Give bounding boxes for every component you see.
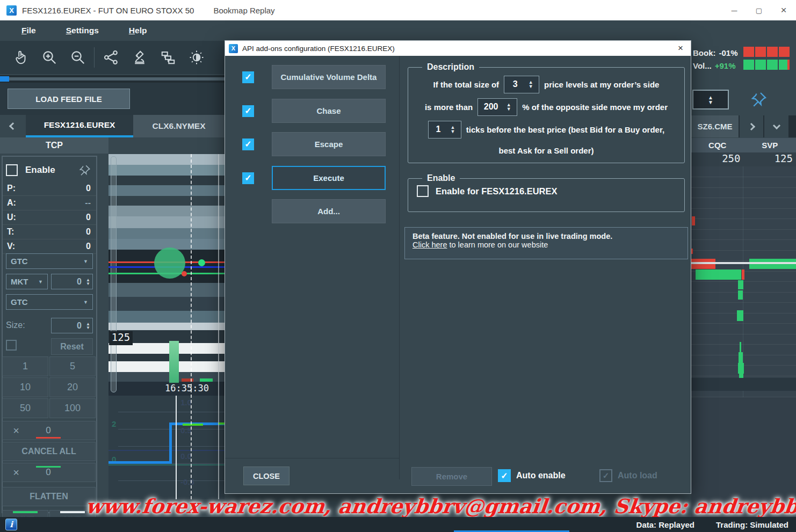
tif-select-top[interactable]: GTC▼ — [6, 253, 93, 269]
zoom-out-icon[interactable] — [63, 45, 92, 70]
qty-button-50[interactable]: 50 — [2, 398, 48, 418]
ask-bar — [692, 216, 695, 225]
indicator-cell — [743, 60, 754, 70]
tif-select-bottom[interactable]: GTC▼ — [6, 294, 93, 310]
info-icon[interactable]: i — [5, 519, 17, 530]
tabs-dropdown-button[interactable] — [764, 115, 788, 137]
scrollbar-marker[interactable] — [0, 76, 9, 82]
enable-groupbox: Enable Enable for FESX1216.EUREX — [408, 173, 685, 212]
quantity-buttons: 15102050100 — [2, 356, 96, 418]
tif-top-value: GTC — [11, 257, 28, 266]
cancel-buys-button[interactable]: × 0 — [2, 463, 96, 482]
pin-icon[interactable] — [78, 163, 92, 177]
tab-fesx1216-eurex[interactable]: FESX1216.EUREX — [26, 115, 133, 137]
pin-icon-blue[interactable] — [749, 90, 769, 109]
menu-settings[interactable]: Settings — [66, 26, 99, 35]
spinner-arrows-icon[interactable]: ▲▼ — [448, 125, 458, 134]
addon-button-escape[interactable]: Escape — [272, 132, 386, 156]
heatmap-scrollbar[interactable] — [111, 156, 117, 392]
size-lock-checkbox[interactable] — [6, 340, 17, 351]
qty-button-20[interactable]: 20 — [49, 377, 96, 397]
dialog-close-icon[interactable]: × — [670, 43, 691, 54]
addon-button-chase[interactable]: Chase — [272, 99, 386, 123]
enable-instrument-checkbox[interactable] — [417, 185, 429, 197]
beta-learn-more-link[interactable]: Click here — [413, 241, 447, 249]
dialog-close-button[interactable]: CLOSE — [243, 467, 290, 485]
replay-dashed-line — [191, 154, 192, 499]
spinner-arrows-icon[interactable]: ▲▼ — [708, 95, 713, 105]
close-button[interactable]: × — [771, 0, 796, 20]
cancel-all-button[interactable]: CANCEL ALL — [2, 442, 96, 461]
qty-button-10[interactable]: 10 — [2, 377, 48, 397]
size-spinner[interactable]: 0 ▲▼ — [51, 318, 93, 333]
dialog-left-footer-divider — [225, 458, 399, 458]
addon-checkbox[interactable]: ✓ — [242, 71, 254, 83]
spinner-arrows-icon[interactable]: ▲▼ — [504, 103, 513, 111]
addon-button-cumulative-volume-delta[interactable]: Cumulative Volume Delta — [272, 65, 386, 89]
gridline — [691, 334, 796, 334]
svp-value: 125 — [744, 152, 796, 166]
reset-button[interactable]: Reset — [51, 338, 93, 355]
percent-spinner[interactable]: 200 ▲▼ — [477, 98, 517, 116]
auto-enable-checkbox[interactable]: ✓ — [498, 469, 511, 482]
indicator-cell — [743, 47, 754, 57]
percent-value: 200 — [478, 102, 504, 112]
window-subtitle: Bookmap Replay — [213, 6, 274, 15]
spinner-arrows-icon[interactable]: ▲▼ — [526, 80, 536, 89]
flatten-button[interactable]: FLATTEN — [2, 487, 96, 506]
addon-checkbox[interactable]: ✓ — [242, 105, 254, 117]
tabs-scroll-right-button[interactable] — [740, 115, 763, 137]
addon-add-row: Add... — [242, 199, 386, 223]
layers-icon[interactable] — [154, 45, 182, 70]
minimize-button[interactable]: ─ — [722, 0, 747, 20]
qty-button-1[interactable]: 1 — [2, 356, 48, 376]
tab-clx6-nymex[interactable]: CLX6.NYMEX — [133, 115, 225, 137]
window-title: FESX1216.EUREX - FUT ON EURO STOXX 50 — [22, 6, 194, 15]
tcp-enable-checkbox[interactable] — [6, 164, 18, 176]
addon-checkbox[interactable]: ✓ — [242, 139, 254, 150]
price-levels-value: 3 — [504, 79, 526, 89]
load-feed-file-button[interactable]: LOAD FEED FILE — [8, 89, 130, 109]
scrollbar-handle[interactable] — [9, 77, 240, 81]
remove-button[interactable]: Remove — [411, 467, 492, 486]
addon-button-execute[interactable]: Execute — [272, 166, 386, 190]
ticks-spinner[interactable]: 1 ▲▼ — [428, 121, 461, 139]
gridline — [691, 229, 796, 230]
qty-button-5[interactable]: 5 — [49, 356, 96, 376]
x-icon: × — [3, 425, 30, 437]
dialog-titlebar[interactable]: X API add-ons configuration (FESX1216.EU… — [225, 41, 691, 56]
spinner-arrows-icon[interactable]: ▲▼ — [84, 322, 92, 330]
green-segment — [183, 424, 203, 426]
column-header-cqc[interactable]: CQC — [691, 138, 744, 152]
column-header-svp[interactable]: SVP — [744, 138, 796, 152]
cancel-sells-button[interactable]: × 0 — [2, 421, 96, 440]
indicator-cell — [779, 47, 790, 57]
stat-row: A:-- — [3, 196, 96, 210]
share-icon[interactable] — [97, 45, 125, 70]
spinner-arrows-icon[interactable]: ▲▼ — [84, 278, 92, 286]
menu-help[interactable]: Help — [129, 26, 147, 35]
microscope-icon[interactable] — [125, 45, 154, 70]
price-levels-spinner[interactable]: 3 ▲▼ — [504, 76, 539, 93]
add-addon-button[interactable]: Add... — [272, 199, 386, 223]
levels-spinner[interactable]: ▲▼ — [692, 90, 729, 110]
depth-heatmap[interactable]: 125 16:35:30 — [108, 154, 225, 396]
auto-enable-option[interactable]: ✓ Auto enable — [498, 469, 566, 482]
indicator-chart[interactable]: 201.00.50.0-0.5 — [108, 396, 225, 499]
tabs-scroll-left-button[interactable] — [0, 115, 26, 137]
brightness-icon[interactable] — [182, 45, 211, 70]
order-qty-spinner[interactable]: 0 ▲▼ — [51, 274, 93, 289]
order-type-select[interactable]: MKT▼ — [6, 274, 48, 289]
book-label: Book: — [693, 48, 716, 57]
qty-button-100[interactable]: 100 — [49, 398, 96, 418]
gridline — [691, 281, 796, 282]
watermark-text: www.forex-warez.com, andreybbrv@gmail.co… — [85, 494, 721, 518]
menu-file[interactable]: File — [21, 26, 36, 35]
zoom-in-icon[interactable] — [35, 45, 63, 70]
maximize-button[interactable]: ▢ — [747, 0, 771, 20]
volume-profile-chart[interactable] — [691, 166, 796, 397]
tab-sz6-cme[interactable]: SZ6.CME — [691, 115, 739, 137]
hand-icon[interactable] — [6, 45, 35, 70]
step-line-low — [108, 461, 169, 464]
addon-checkbox[interactable]: ✓ — [242, 172, 254, 184]
